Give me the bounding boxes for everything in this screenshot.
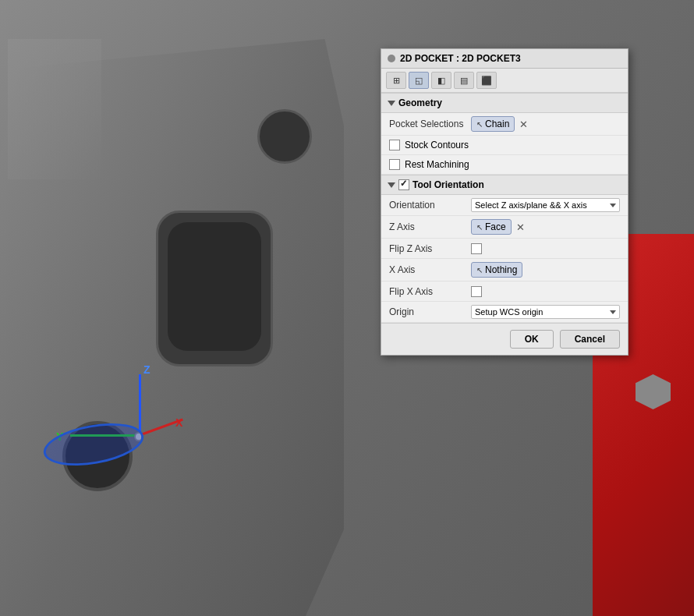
origin-dropdown-arrow [610, 310, 616, 314]
rest-machining-label: Rest Machining [405, 159, 469, 170]
dialog-footer: OK Cancel [381, 323, 628, 355]
orientation-dropdown[interactable]: Select Z axis/plane && X axis [471, 198, 620, 212]
rest-machining-checkbox[interactable] [389, 159, 400, 170]
chain-tag-btn[interactable]: ↖ Chain [471, 116, 515, 132]
origin-value: Setup WCS origin [475, 307, 543, 317]
geometry-expand-icon [388, 101, 395, 106]
stock-contours-label: Stock Contours [405, 140, 469, 150]
face-cursor-icon: ↖ [476, 223, 483, 232]
toolbar-btn-feature[interactable]: ⊞ [386, 72, 406, 89]
z-axis-label: Z Axis [389, 221, 471, 232]
toolbar-btn-linking[interactable]: ⬛ [476, 72, 497, 89]
toolbar-btn-passes[interactable]: ▤ [454, 72, 474, 89]
origin-dropdown[interactable]: Setup WCS origin [471, 305, 620, 319]
orientation-row: Orientation Select Z axis/plane && X axi… [381, 195, 628, 216]
dialog-toolbar: ⊞ ◱ ◧ ▤ ⬛ [381, 69, 628, 93]
flip-x-axis-checkbox[interactable] [471, 286, 482, 297]
pocket-selections-row: Pocket Selections ↖ Chain ✕ [381, 113, 628, 136]
chain-cursor-icon: ↖ [476, 120, 483, 129]
stock-contours-checkbox[interactable] [389, 140, 400, 150]
face-remove-btn[interactable]: ✕ [516, 221, 525, 233]
hole-top [257, 109, 312, 164]
ok-button[interactable]: OK [510, 330, 554, 349]
orientation-control: Select Z axis/plane && X axis [471, 198, 620, 212]
flip-z-axis-row: Flip Z Axis [381, 239, 628, 259]
title-dot [388, 55, 395, 62]
nothing-tag-label: Nothing [485, 264, 517, 275]
flip-x-axis-row: Flip X Axis [381, 281, 628, 302]
z-axis-control: ↖ Face ✕ [471, 219, 620, 235]
origin-control: Setup WCS origin [471, 305, 620, 319]
orientation-value: Select Z axis/plane && X axis [475, 200, 587, 210]
section-tool-orientation[interactable]: ✓ Tool Orientation [381, 175, 628, 195]
section-geometry[interactable]: Geometry [381, 93, 628, 113]
z-axis-row: Z Axis ↖ Face ✕ [381, 216, 628, 239]
orientation-label: Orientation [389, 200, 471, 211]
flip-x-axis-label: Flip X Axis [389, 286, 471, 297]
stock-contours-row: Stock Contours [381, 136, 628, 155]
origin-label: Origin [389, 306, 471, 317]
x-axis-label: X [175, 416, 182, 429]
x-axis-label: X Axis [389, 264, 471, 275]
nothing-tag-btn[interactable]: ↖ Nothing [471, 262, 522, 278]
origin-row: Origin Setup WCS origin [381, 302, 628, 323]
face-tag-btn[interactable]: ↖ Face [471, 219, 512, 235]
pocket-selections-label: Pocket Selections [389, 119, 471, 129]
dialog-panel: 2D POCKET : 2D POCKET3 ⊞ ◱ ◧ ▤ ⬛ Geometr… [381, 48, 628, 356]
dialog-title: 2D POCKET : 2D POCKET3 [400, 53, 521, 64]
x-axis-control: ↖ Nothing [471, 262, 620, 278]
chain-remove-btn[interactable]: ✕ [519, 119, 528, 130]
dialog-titlebar: 2D POCKET : 2D POCKET3 [381, 49, 628, 69]
rest-machining-row: Rest Machining [381, 155, 628, 175]
pocket-inner [168, 222, 261, 351]
nothing-cursor-icon: ↖ [476, 266, 483, 274]
tool-orientation-expand-icon [388, 182, 395, 188]
section-tool-orientation-label: Tool Orientation [413, 179, 484, 190]
orientation-dropdown-arrow [610, 204, 616, 207]
flip-z-axis-label: Flip Z Axis [389, 243, 471, 254]
x-axis-row: X Axis ↖ Nothing [381, 259, 628, 281]
pocket-selections-control: ↖ Chain ✕ [471, 116, 620, 132]
toolbar-btn-heights[interactable]: ◧ [431, 72, 451, 89]
flip-z-axis-control [471, 243, 620, 254]
cancel-button[interactable]: Cancel [560, 330, 620, 349]
z-axis-line [139, 374, 141, 437]
section-geometry-label: Geometry [398, 97, 442, 108]
z-axis-label: Z [143, 363, 150, 376]
flip-z-axis-checkbox[interactable] [471, 243, 482, 254]
flip-x-axis-control [471, 286, 620, 297]
toolbar-btn-geometry[interactable]: ◱ [409, 72, 429, 89]
face-tag-label: Face [485, 221, 506, 232]
tool-orientation-enable-checkbox[interactable]: ✓ [398, 179, 409, 190]
chain-tag-label: Chain [485, 119, 509, 129]
